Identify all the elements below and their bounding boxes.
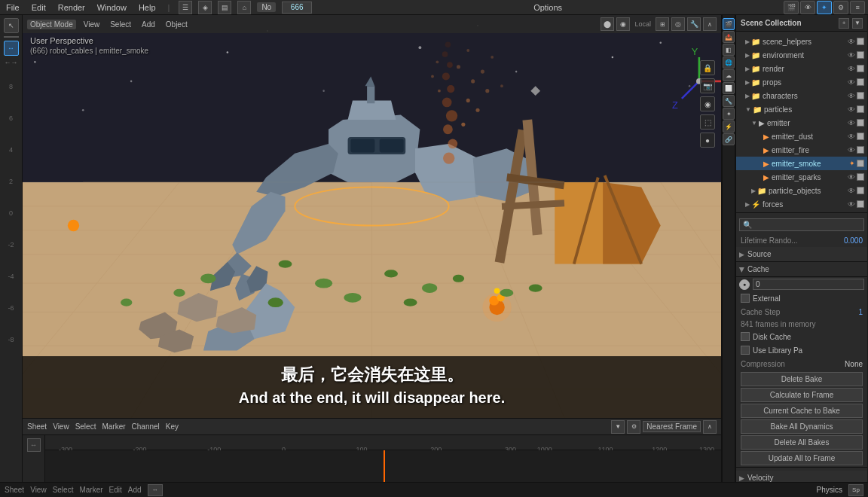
viewport-render-icon[interactable]: ⬤ [601, 17, 614, 31]
tree-item-emitter-fire[interactable]: ▶ ▶ emitter_fire 👁 [736, 143, 867, 157]
viewport-3d[interactable]: Object Mode View Select Add Object ⬤ ◉ L… [23, 15, 721, 418]
menu-render[interactable]: Render [55, 3, 88, 12]
marker-icon[interactable]: ◈ [198, 1, 212, 14]
options-btn[interactable]: Options [530, 3, 565, 12]
physics2-icon[interactable]: ⚡ [723, 120, 735, 133]
output-props-icon[interactable]: 📤 [723, 31, 735, 43]
svg-point-60 [482, 293, 511, 322]
tree-item-render[interactable]: ▶ 📁 render 👁 [736, 62, 867, 75]
tl-icon2[interactable]: ⚙ [627, 420, 640, 434]
marker-menu-tl[interactable]: Marker [102, 422, 125, 431]
tree-item-environment[interactable]: ▶ 📁 environment 👁 [736, 48, 867, 62]
settings-icon[interactable]: ≡ [850, 1, 865, 14]
move-tool[interactable]: ↔ [4, 41, 19, 56]
bottom-menu-marker[interactable]: Marker [79, 486, 102, 494]
modifier-icon[interactable]: 🔧 [723, 95, 735, 107]
select-menu[interactable]: Select [107, 20, 134, 29]
key-menu-tl[interactable]: Key [166, 422, 179, 431]
add-menu[interactable]: Add [139, 20, 158, 29]
tree-item-particles[interactable]: ▼ 📁 particles 👁 [736, 102, 867, 116]
key-icon[interactable]: ⌂ [237, 1, 251, 14]
select-menu-tl[interactable]: Select [75, 422, 96, 431]
cache-id-dot[interactable]: ● [739, 279, 750, 290]
delete-bake-btn[interactable]: Delete Bake [741, 372, 863, 386]
mode-icon[interactable]: ☰ [179, 1, 192, 14]
physics-icon[interactable]: ⚙ [833, 1, 848, 14]
viewport-gizmo-icon[interactable]: ◎ [671, 17, 685, 31]
menu-help[interactable]: Help [136, 3, 159, 12]
calculate-frame-btn[interactable]: Calculate to Frame [741, 388, 863, 402]
bottom-menu-sheet[interactable]: Sheet [5, 486, 24, 494]
use-library-checkbox[interactable] [741, 346, 750, 355]
view-icon[interactable]: 👁 [800, 1, 815, 14]
tl-icon3[interactable]: ∧ [703, 420, 717, 434]
tl-filter-icon[interactable]: ▼ [611, 420, 625, 434]
bottom-menu-add[interactable]: Add [128, 486, 142, 494]
constraint-icon[interactable]: 🔗 [723, 133, 735, 145]
cache-id-input[interactable] [753, 279, 864, 290]
object-mode-btn[interactable]: Object Mode [27, 20, 76, 29]
menu-edit[interactable]: Edit [29, 3, 49, 12]
tree-item-forces[interactable]: ▶ ⚡ forces 👁 [736, 197, 867, 211]
select-tool[interactable]: ↖ [4, 18, 19, 33]
channel-icon[interactable]: ▤ [218, 1, 231, 14]
cache-section-toggle[interactable]: ▶ Cache [736, 262, 867, 277]
channel-menu-tl[interactable]: Channel [132, 422, 160, 431]
physics-bottom-label[interactable]: Physics [817, 486, 842, 494]
svg-point-79 [466, 49, 469, 52]
current-cache-btn[interactable]: Current Cache to Bake [741, 404, 863, 418]
no-mode[interactable]: No [257, 2, 276, 12]
external-checkbox[interactable] [741, 294, 750, 303]
lock-btn[interactable]: 🔒 [700, 60, 715, 75]
tree-item-emitter[interactable]: ▼ ▶ emitter 👁 [736, 116, 867, 130]
viewport-snap-icon[interactable]: 🔧 [687, 17, 701, 31]
disk-cache-checkbox[interactable] [741, 332, 750, 341]
tree-item-emitter-sparks[interactable]: ▶ ▶ emitter_sparks 👁 [736, 170, 867, 184]
tl-left-icon[interactable]: ↔ [27, 438, 41, 452]
nearest-frame-btn[interactable]: Nearest Frame [643, 421, 701, 432]
tree-item-particle-objects[interactable]: ▶ 📁 particle_objects 👁 [736, 184, 867, 197]
particle-icon[interactable]: ✦ [817, 1, 832, 14]
material-btn[interactable]: ◉ [700, 96, 715, 111]
viewport-shade-icon[interactable]: ◉ [616, 17, 630, 31]
object-props-icon[interactable]: ⬜ [723, 82, 735, 94]
view-layer-icon[interactable]: ◧ [723, 44, 735, 56]
properties-panel: Lifetime Rando... 0.000 ▶ Source ▶ Cache… [736, 213, 867, 497]
cache-step-row: Cache Step 1 [736, 305, 867, 319]
tree-item-props[interactable]: ▶ 📁 props 👁 [736, 75, 867, 89]
world-props-icon[interactable]: ☁ [723, 69, 735, 81]
prop-search-input[interactable] [739, 218, 864, 231]
viewport-overlay-icon[interactable]: ⊞ [656, 17, 669, 31]
wireframe-btn[interactable]: ⬚ [700, 114, 715, 130]
menu-window[interactable]: Window [94, 3, 130, 12]
bottom-icon1[interactable]: ↔ [148, 484, 163, 496]
bottom-menu-view[interactable]: View [30, 486, 47, 494]
menu-file[interactable]: File [3, 3, 23, 12]
sheet-menu[interactable]: Sheet [27, 422, 47, 431]
view-menu-tl[interactable]: View [53, 422, 69, 431]
local-btn[interactable]: Local [632, 20, 653, 28]
bake-all-btn[interactable]: Bake All Dynamics [741, 419, 863, 434]
delete-all-bakes-btn[interactable]: Delete All Bakes [741, 435, 863, 450]
object-menu[interactable]: Object [163, 20, 191, 29]
bottom-icon2[interactable]: Sp [848, 484, 863, 496]
collection-filter-btn[interactable]: ▼ [852, 18, 863, 29]
scene-props-icon[interactable]: 🌐 [723, 56, 735, 69]
particles-icon[interactable]: ✦ [723, 108, 735, 120]
render-icon[interactable]: 🎬 [784, 1, 799, 14]
source-section-toggle[interactable]: ▶ Source [736, 247, 867, 262]
collection-add-btn[interactable]: + [839, 18, 849, 29]
tree-item-scene-helpers[interactable]: ▶ 📁 scene_helpers 👁 [736, 35, 867, 48]
bottom-menu-select[interactable]: Select [53, 486, 74, 494]
frame-input[interactable] [282, 2, 312, 14]
tree-item-emitter-dust[interactable]: ▶ ▶ emitter_dust 👁 [736, 130, 867, 143]
tree-item-characters[interactable]: ▶ 📁 characters 👁 [736, 89, 867, 102]
camera-btn[interactable]: 📷 [700, 78, 715, 93]
bottom-menu-edit[interactable]: Edit [109, 486, 122, 494]
solid-btn[interactable]: ● [700, 133, 715, 148]
render-props-icon[interactable]: 🎬 [723, 18, 735, 30]
tree-item-emitter-smoke[interactable]: ▶ ▶ emitter_smoke ✦ [736, 157, 867, 170]
update-all-btn[interactable]: Update All to Frame [741, 451, 863, 465]
view-menu[interactable]: View [81, 20, 103, 29]
viewport-props-icon[interactable]: ∧ [703, 17, 717, 31]
